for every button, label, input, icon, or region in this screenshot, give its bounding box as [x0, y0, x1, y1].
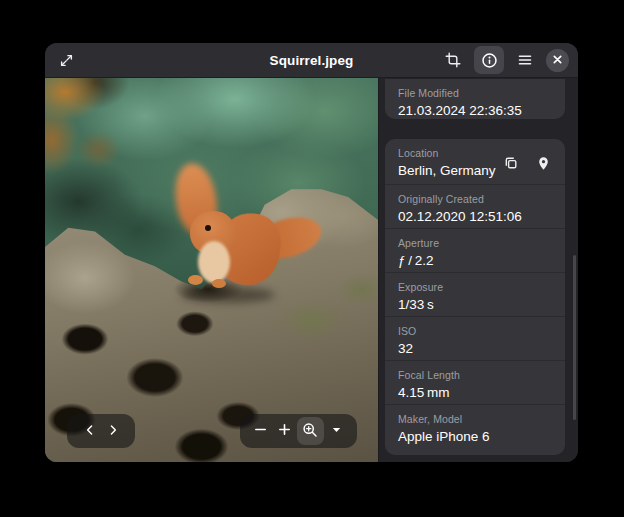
property-value: 32: [398, 339, 552, 358]
property-location: Location Berlin, Germany: [385, 139, 565, 184]
properties-card-top: File Modified 21.03.2024 22:36:35: [385, 79, 565, 119]
zoom-in-icon: [277, 422, 292, 440]
copy-icon: [503, 155, 519, 171]
zoom-menu-button[interactable]: [324, 417, 348, 445]
zoom-out-icon: [253, 422, 268, 440]
photo-viewport[interactable]: [45, 78, 378, 462]
close-icon: [552, 53, 563, 68]
property-exposure: Exposure 1/33 s: [385, 272, 565, 316]
property-label: Focal Length: [398, 368, 552, 382]
property-label: File Modified: [398, 86, 552, 100]
main-menu-button[interactable]: [512, 47, 538, 73]
property-label: Originally Created: [398, 192, 552, 206]
next-image-button[interactable]: [101, 417, 124, 445]
info-icon: [481, 52, 498, 69]
chevron-left-icon: [83, 423, 97, 440]
copy-location-button[interactable]: [499, 151, 523, 175]
property-label: Exposure: [398, 280, 552, 294]
property-iso: ISO 32: [385, 316, 565, 360]
fullscreen-button[interactable]: [53, 47, 79, 73]
properties-toggle-button[interactable]: [474, 46, 504, 74]
crop-button[interactable]: [440, 47, 466, 73]
squirrel-subject: [170, 163, 330, 313]
fullscreen-icon: [59, 53, 74, 68]
magnifier-plus-icon: [302, 422, 318, 441]
menu-icon: [517, 52, 533, 68]
zoom-in-button[interactable]: [273, 417, 297, 445]
zoom-toggle-button[interactable]: [297, 417, 325, 445]
property-value: Apple iPhone 6: [398, 427, 552, 446]
property-label: Maker, Model: [398, 412, 552, 426]
zoom-controls-pill: [240, 414, 357, 448]
crop-icon: [445, 52, 461, 68]
navigation-pill: [67, 414, 135, 448]
chevron-right-icon: [106, 423, 120, 440]
property-file-modified: File Modified 21.03.2024 22:36:35: [385, 79, 565, 119]
property-value: 1/33 s: [398, 295, 552, 314]
desktop-background: Squirrel.jpeg: [0, 0, 624, 517]
property-originally-created: Originally Created 02.12.2020 12:51:06: [385, 184, 565, 228]
property-value: 21.03.2024 22:36:35: [398, 101, 552, 119]
property-aperture: Aperture ƒ / 2.2: [385, 228, 565, 272]
close-window-button[interactable]: [546, 49, 569, 72]
previous-image-button[interactable]: [78, 417, 101, 445]
card-gap: [385, 119, 565, 139]
property-value: 4.15 mm: [398, 383, 552, 402]
window-content: File Modified 21.03.2024 22:36:35 Locati…: [45, 78, 578, 462]
titlebar: Squirrel.jpeg: [45, 43, 578, 78]
properties-panel: File Modified 21.03.2024 22:36:35 Locati…: [378, 78, 578, 462]
property-maker-model: Maker, Model Apple iPhone 6: [385, 404, 565, 455]
zoom-out-button[interactable]: [249, 417, 273, 445]
image-viewer-window: Squirrel.jpeg: [45, 43, 578, 462]
property-value: ƒ / 2.2: [398, 251, 552, 270]
property-focal-length: Focal Length 4.15 mm: [385, 360, 565, 404]
dropdown-caret-icon: [330, 423, 343, 439]
open-map-button[interactable]: [531, 151, 555, 175]
panel-scrollbar[interactable]: [573, 255, 576, 420]
property-label: Aperture: [398, 236, 552, 250]
properties-card-main: Location Berlin, Germany: [385, 139, 565, 455]
map-pin-icon: [536, 156, 551, 171]
property-value: 02.12.2020 12:51:06: [398, 207, 552, 226]
property-label: ISO: [398, 324, 552, 338]
